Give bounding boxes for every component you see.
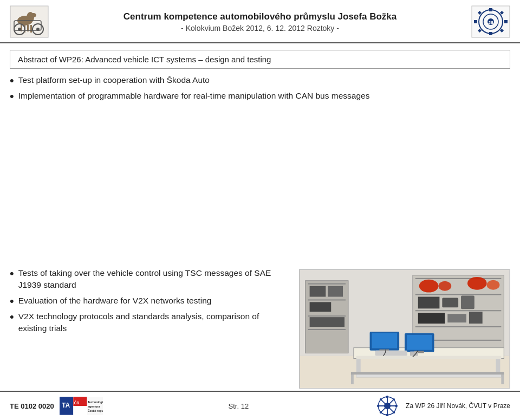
svg-rect-50 <box>310 286 326 297</box>
header-title: Centrum kompetence automobilového průmys… <box>57 11 463 33</box>
list-item: • Test platform set-up in cooperation wi… <box>10 74 510 87</box>
svg-rect-19 <box>474 20 477 23</box>
svg-text:České republiky: České republiky <box>88 409 103 412</box>
svg-rect-51 <box>328 286 343 297</box>
svg-rect-52 <box>310 302 332 312</box>
footer-right-text: Za WP 26 Jiří Novák, ČVUT v Praze <box>406 402 510 410</box>
svg-rect-57 <box>356 356 502 359</box>
footer: TE 0102 0020 Technologická agentura Česk… <box>0 391 520 420</box>
svg-point-44 <box>487 280 500 290</box>
lab-image <box>299 269 510 389</box>
footer-page-label: Str. <box>229 402 239 410</box>
bullet-dot: • <box>10 295 14 307</box>
footer-right-group: Za WP 26 Jiří Novák, ČVUT v Praze <box>374 396 510 416</box>
content-lower: • Tests of taking over the vehicle contr… <box>10 267 510 389</box>
svg-rect-38 <box>418 313 445 324</box>
footer-tacr-logo: Technologická agentura České republiky T… <box>60 396 103 416</box>
svg-text:JB: JB <box>488 20 493 25</box>
svg-rect-49 <box>308 329 346 330</box>
svg-rect-47 <box>308 300 346 301</box>
svg-rect-36 <box>442 298 458 308</box>
svg-rect-68 <box>501 373 504 384</box>
footer-page: Str. 12 <box>108 402 369 410</box>
list-item: • Implementation of programmable hardwar… <box>10 90 510 102</box>
bullet-text: Test platform set-up in cooperation with… <box>18 74 210 86</box>
svg-text:ČR: ČR <box>74 400 79 405</box>
abstract-label: Abstract of WP26: Advanced vehicle ICT s… <box>18 55 271 64</box>
svg-point-43 <box>467 277 487 290</box>
svg-rect-72 <box>73 406 87 415</box>
svg-point-3 <box>31 13 36 17</box>
svg-rect-67 <box>351 373 354 384</box>
svg-rect-46 <box>308 283 346 285</box>
header-logo-right: JB <box>471 5 510 38</box>
svg-rect-60 <box>372 333 398 348</box>
svg-rect-33 <box>415 326 502 327</box>
bullet-dot: • <box>10 91 14 102</box>
svg-rect-40 <box>469 312 483 324</box>
svg-rect-63 <box>407 335 432 350</box>
bullet-dot: • <box>10 268 14 280</box>
svg-rect-69 <box>351 372 504 374</box>
bullet-dot: • <box>10 75 14 87</box>
upper-bullet-list: • Test platform set-up in cooperation wi… <box>10 74 510 265</box>
svg-point-41 <box>419 280 439 293</box>
svg-text:Technologická: Technologická <box>88 400 103 404</box>
svg-rect-31 <box>415 294 502 295</box>
svg-point-87 <box>377 405 380 408</box>
svg-point-88 <box>395 405 398 408</box>
list-item: • Evaluation of the hardware for V2X net… <box>10 295 288 307</box>
lower-bullet-list: • Tests of taking over the vehicle contr… <box>10 267 288 338</box>
svg-rect-37 <box>461 296 474 309</box>
abstract-box: Abstract of WP26: Advanced vehicle ICT s… <box>10 50 510 69</box>
list-item: • Tests of taking over the vehicle contr… <box>10 267 288 292</box>
svg-point-92 <box>393 411 395 413</box>
svg-rect-20 <box>504 20 508 23</box>
header-logo-left <box>10 5 49 38</box>
bullet-text: V2X technology protocols and standards a… <box>18 311 288 335</box>
bullet-text: Tests of taking over the vehicle control… <box>18 267 288 292</box>
content: • Test platform set-up in cooperation wi… <box>0 69 520 389</box>
svg-point-85 <box>386 396 389 398</box>
svg-rect-18 <box>489 32 492 35</box>
svg-rect-35 <box>418 297 440 309</box>
svg-rect-39 <box>447 314 466 322</box>
svg-rect-53 <box>310 317 344 327</box>
svg-point-42 <box>438 281 451 291</box>
centra-logo-icon <box>374 396 400 416</box>
svg-rect-48 <box>308 315 346 316</box>
bullet-text: Implementation of programmable hardware … <box>18 90 370 102</box>
svg-point-86 <box>386 413 389 416</box>
svg-point-89 <box>380 398 382 400</box>
bullet-dot: • <box>10 311 14 323</box>
footer-page-number-val: 12 <box>241 402 249 410</box>
header-title-sub: - Kolokvium Božek 2012, 6. 12. 2012 Rozt… <box>57 24 463 33</box>
svg-rect-65 <box>375 351 407 356</box>
svg-text:TA: TA <box>62 402 70 409</box>
footer-id: TE 0102 0020 <box>10 402 54 410</box>
svg-point-91 <box>380 411 382 413</box>
svg-point-90 <box>393 398 395 400</box>
svg-text:agentura: agentura <box>88 405 100 408</box>
bullet-text: Evaluation of the hardware for V2X netwo… <box>18 295 212 307</box>
header: Centrum kompetence automobilového průmys… <box>0 0 520 43</box>
svg-rect-17 <box>489 8 492 11</box>
list-item: • V2X technology protocols and standards… <box>10 311 288 335</box>
page: Centrum kompetence automobilového průmys… <box>0 0 520 420</box>
svg-rect-32 <box>415 310 502 311</box>
header-title-main: Centrum kompetence automobilového průmys… <box>57 11 463 23</box>
svg-rect-7 <box>30 25 32 33</box>
svg-rect-30 <box>415 278 502 279</box>
